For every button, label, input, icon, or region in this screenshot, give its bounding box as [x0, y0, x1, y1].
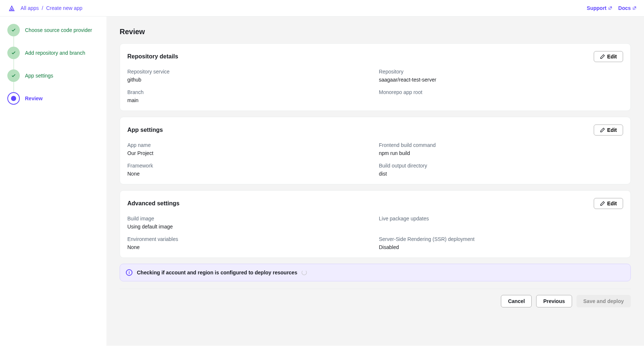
breadcrumb-all-apps[interactable]: All apps — [21, 5, 39, 11]
check-icon — [7, 47, 20, 59]
divider — [120, 289, 631, 289]
field-repository: Repository saagaar/react-test-server — [379, 69, 623, 83]
field-label: Branch — [127, 89, 372, 95]
field-label: Frontend build command — [379, 142, 623, 148]
loading-spinner-icon — [302, 270, 307, 275]
step-app-settings[interactable]: App settings — [7, 69, 99, 92]
field-label: Server-Side Rendering (SSR) deployment — [379, 236, 623, 242]
card-title: Repository details — [127, 53, 178, 60]
field-repository-service: Repository service github — [127, 69, 372, 83]
card-header: App settings Edit — [127, 125, 623, 136]
check-icon — [7, 69, 20, 82]
advanced-settings-card: Advanced settings Edit Build image Using… — [120, 190, 631, 258]
field-grid: Repository service github Repository saa… — [127, 69, 623, 103]
card-title: App settings — [127, 127, 163, 133]
step-label: Review — [25, 95, 43, 101]
header-left: All apps / Create new app — [7, 4, 83, 12]
card-header: Repository details Edit — [127, 51, 623, 62]
field-app-name: App name Our Project — [127, 142, 372, 156]
edit-label: Edit — [607, 127, 617, 133]
edit-label: Edit — [607, 54, 617, 60]
external-link-icon — [608, 6, 612, 10]
field-label: Monorepo app root — [379, 89, 623, 95]
repository-details-card: Repository details Edit Repository servi… — [120, 43, 631, 111]
field-output-dir: Build output directory dist — [379, 163, 623, 177]
step-choose-provider[interactable]: Choose source code provider — [7, 24, 99, 47]
breadcrumb-separator: / — [42, 5, 43, 11]
support-label: Support — [587, 5, 607, 11]
pencil-icon — [600, 201, 605, 206]
breadcrumb-create-new-app[interactable]: Create new app — [46, 5, 83, 11]
field-value: saagaar/react-test-server — [379, 77, 623, 83]
edit-label: Edit — [607, 201, 617, 206]
field-framework: Framework None — [127, 163, 372, 177]
docs-link[interactable]: Docs — [618, 5, 637, 11]
field-value: Disabled — [379, 244, 623, 250]
sidebar: Choose source code provider Add reposito… — [0, 17, 106, 346]
step-label: Choose source code provider — [25, 27, 92, 33]
app-settings-card: App settings Edit App name Our Project F… — [120, 117, 631, 184]
page-title: Review — [120, 28, 631, 36]
steps-list: Choose source code provider Add reposito… — [7, 24, 99, 105]
field-value: Our Project — [127, 150, 372, 156]
footer-actions: Cancel Previous Save and deploy — [120, 295, 631, 307]
field-value: None — [127, 244, 372, 250]
previous-button[interactable]: Previous — [536, 295, 572, 307]
field-value: github — [127, 77, 372, 83]
field-monorepo-root: Monorepo app root — [379, 89, 623, 103]
pencil-icon — [600, 127, 605, 133]
step-review[interactable]: Review — [7, 92, 99, 105]
save-and-deploy-button[interactable]: Save and deploy — [576, 295, 631, 307]
main-content: Review Repository details Edit Repositor… — [106, 17, 644, 346]
header-right: Support Docs — [587, 5, 637, 11]
field-build-command: Frontend build command npm run build — [379, 142, 623, 156]
field-branch: Branch main — [127, 89, 372, 103]
info-banner: i Checking if account and region is conf… — [120, 264, 631, 281]
edit-app-settings-button[interactable]: Edit — [594, 125, 623, 136]
layout: Choose source code provider Add reposito… — [0, 17, 644, 346]
breadcrumb: All apps / Create new app — [21, 5, 83, 11]
cancel-button[interactable]: Cancel — [501, 295, 532, 307]
info-icon: i — [126, 269, 132, 276]
edit-advanced-button[interactable]: Edit — [594, 198, 623, 209]
field-label: Environment variables — [127, 236, 372, 242]
field-label: Framework — [127, 163, 372, 169]
field-ssr: Server-Side Rendering (SSR) deployment D… — [379, 236, 623, 250]
field-build-image: Build image Using default image — [127, 216, 372, 230]
step-label: App settings — [25, 73, 53, 79]
amplify-logo-icon[interactable] — [7, 4, 16, 12]
field-value: Using default image — [127, 224, 372, 230]
field-env-vars: Environment variables None — [127, 236, 372, 250]
step-add-repository[interactable]: Add repository and branch — [7, 47, 99, 69]
current-step-icon — [7, 92, 20, 105]
field-live-updates: Live package updates — [379, 216, 623, 230]
step-label: Add repository and branch — [25, 50, 85, 56]
field-label: Build output directory — [379, 163, 623, 169]
external-link-icon — [632, 6, 637, 10]
field-label: Repository — [379, 69, 623, 75]
field-value: None — [127, 171, 372, 177]
field-label: Build image — [127, 216, 372, 221]
edit-repository-button[interactable]: Edit — [594, 51, 623, 62]
field-value: npm run build — [379, 150, 623, 156]
field-grid: App name Our Project Frontend build comm… — [127, 142, 623, 177]
support-link[interactable]: Support — [587, 5, 612, 11]
field-grid: Build image Using default image Live pac… — [127, 216, 623, 250]
field-label: Repository service — [127, 69, 372, 75]
card-header: Advanced settings Edit — [127, 198, 623, 209]
card-title: Advanced settings — [127, 200, 179, 207]
info-text: Checking if account and region is config… — [137, 270, 297, 275]
field-value: dist — [379, 171, 623, 177]
docs-label: Docs — [618, 5, 631, 11]
field-label: App name — [127, 142, 372, 148]
pencil-icon — [600, 54, 605, 59]
header: All apps / Create new app Support Docs — [0, 0, 644, 17]
field-value: main — [127, 97, 372, 103]
check-icon — [7, 24, 20, 36]
field-label: Live package updates — [379, 216, 623, 221]
